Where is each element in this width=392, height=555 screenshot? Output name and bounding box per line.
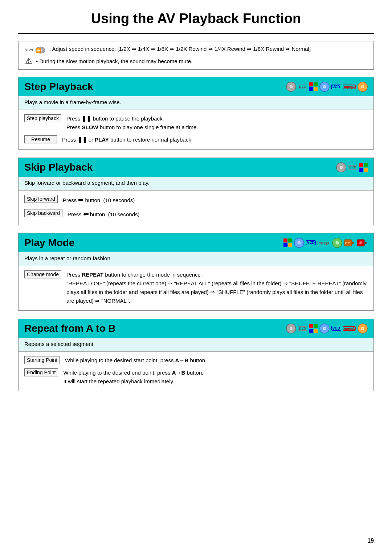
step-playback-subtitle: Plays a movie in a frame-by-frame wise.	[19, 96, 373, 110]
dvd-disc-icon-skip	[336, 162, 346, 172]
skip-playback-section: Skip Playback DVD Skip forward or backwa…	[18, 158, 374, 225]
svg-point-15	[340, 167, 342, 168]
win-q4-ab	[314, 329, 318, 333]
play-mode-subtitle: Plays in a repeat or random fashion.	[19, 252, 373, 266]
win-q1-skip	[359, 163, 363, 167]
starting-point-row: Starting Point While playing to the desi…	[24, 356, 368, 365]
skip-backward-label: Skip backward	[24, 209, 62, 217]
win-q2-skip	[364, 163, 368, 167]
win-q2	[314, 82, 318, 86]
ending-point-row: Ending Point While playing to the desire…	[24, 368, 368, 386]
play-mode-header: Play Mode VCD mpeg2	[19, 233, 373, 252]
mpeg2-badge-step: mpeg2	[343, 85, 356, 89]
dvd-badge-step: DVD	[298, 85, 307, 89]
vcd-badge-play: VCD	[306, 240, 316, 245]
warning-row: ⚠ • During the slow motion playback, the…	[25, 56, 367, 66]
realvid-icon-play	[357, 238, 368, 247]
repeat-ab-icons: DVD VCD mpeg2	[286, 323, 368, 334]
step-playback-row1: Step playback Press ❚❚ button to pause t…	[24, 114, 368, 132]
svg-point-34	[324, 328, 325, 329]
skip-playback-title: Skip Playback	[24, 162, 93, 173]
win-q1-play	[283, 238, 287, 242]
step-playback-desc-line1: Press ❚❚ button to pause the playback.	[66, 114, 368, 123]
ending-point-desc: While playing to the desired end point, …	[63, 368, 368, 386]
repeat-ab-body: Starting Point While playing to the desi…	[19, 352, 373, 391]
dvd-badge: DVD	[25, 48, 34, 52]
vcd-badge-step: VCD	[331, 85, 341, 89]
windows-icon-ab	[309, 324, 318, 333]
win-q1-ab	[309, 324, 313, 328]
svg-point-9	[324, 86, 325, 87]
windows-icon-play	[283, 238, 292, 247]
resume-label: Resume	[24, 135, 57, 143]
resume-desc: Press ❚❚ or PLAY button to restore norma…	[62, 135, 368, 144]
play-mode-body: Change mode Press REPEAT button to chang…	[19, 266, 373, 310]
vcd-badge-ab: VCD	[331, 326, 341, 331]
dvd-disc-icon-ab	[286, 323, 296, 334]
repeat-ab-section: Repeat from A to B DVD VCD mpeg2	[18, 319, 374, 391]
win-q4	[314, 87, 318, 91]
dvd-disc-svg: ⏩	[35, 46, 46, 54]
play-mode-section: Play Mode VCD mpeg2	[18, 233, 374, 311]
skip-playback-header: Skip Playback DVD	[19, 158, 373, 177]
step-playback-icons: DVD VCD mpeg2	[286, 82, 368, 92]
svg-point-21	[336, 242, 338, 244]
skip-playback-icons: DVD	[336, 162, 368, 172]
speed-adjust-text: : Adjust speed in sequence: [1/2X ⇒ 1/4X…	[49, 46, 311, 52]
svg-point-12	[362, 86, 363, 87]
win-q1	[309, 82, 313, 86]
win-q4-skip	[364, 168, 368, 172]
arrow-right-icon: ➡	[78, 196, 83, 204]
svg-marker-28	[365, 241, 367, 244]
starting-point-label: Starting Point	[24, 356, 60, 364]
page-number: 19	[367, 538, 374, 544]
svg-point-31	[290, 328, 292, 329]
repeat-ab-subtitle: Repeats a selected segment.	[19, 338, 373, 352]
speed-adjust-row: DVD ⏩ : Adjust speed in sequence: [1/2X …	[25, 46, 367, 54]
warning-text: • During the slow motion playback, the s…	[36, 58, 192, 64]
play-mode-icons: VCD mpeg2 Cm	[283, 238, 368, 248]
win-q2-play	[288, 238, 292, 242]
windows-icon-step	[309, 82, 318, 91]
skip-forward-desc: Press ➡ button. (10 seconds)	[63, 195, 368, 205]
svg-text:Cm: Cm	[345, 241, 351, 245]
step-playback-desc: Press ❚❚ button to pause the playback. P…	[66, 114, 368, 132]
step-playback-section: Step Playback DVD VCD	[18, 77, 374, 150]
svg-marker-24	[352, 241, 355, 244]
win-q3-play	[283, 243, 287, 247]
win-q4-play	[288, 243, 292, 247]
divx-icon-play: Cm	[344, 238, 355, 247]
win-q3	[309, 87, 313, 91]
title-divider	[18, 33, 374, 34]
dvd-badge-ab: DVD	[298, 326, 307, 331]
skip-backward-row: Skip backward Press ⬅ button. (10 second…	[24, 209, 368, 220]
intro-box: DVD ⏩ : Adjust speed in sequence: [1/2X …	[18, 41, 374, 70]
step-playback-body: Step playback Press ❚❚ button to pause t…	[19, 110, 373, 149]
step-resume-row: Resume Press ❚❚ or PLAY button to restor…	[24, 135, 368, 144]
repeat-ab-title: Repeat from A to B	[24, 323, 116, 334]
svg-point-18	[298, 242, 300, 244]
vcd-disc-icon-play	[294, 238, 304, 248]
warning-icon: ⚠	[25, 56, 32, 66]
step-playback-desc-line2: Press SLOW button to play one single fra…	[66, 123, 368, 132]
green-disc-icon-play	[332, 238, 342, 248]
skip-backward-desc: Press ⬅ button. (10 seconds)	[68, 209, 368, 220]
dvd-badge-skip: DVD	[348, 165, 357, 170]
skip-playback-body: Skip forward Press ➡ button. (10 seconds…	[19, 191, 373, 225]
step-playback-header: Step Playback DVD VCD	[19, 77, 373, 96]
windows-icon-skip	[359, 163, 368, 172]
change-mode-label: Change mode	[24, 270, 61, 278]
skip-playback-subtitle: Skip forward or backward a segment, and …	[19, 177, 373, 191]
play-mode-title: Play Mode	[24, 237, 74, 249]
change-mode-desc: Press REPEAT button to change the mode i…	[66, 270, 368, 305]
page-title: Using the AV Playback Function	[18, 11, 374, 26]
dvd-speed-icon: DVD ⏩	[25, 46, 46, 54]
vcd-disc-icon-step	[319, 82, 330, 92]
ending-point-line2: It will start the repeated playback imme…	[63, 377, 368, 386]
svg-point-6	[290, 86, 292, 87]
vcd-disc-icon-ab	[319, 323, 330, 334]
win-q3-skip	[359, 168, 363, 172]
win-q3-ab	[309, 329, 313, 333]
mpeg2-badge-ab: mpeg2	[343, 326, 356, 331]
skip-forward-label: Skip forward	[24, 195, 58, 203]
